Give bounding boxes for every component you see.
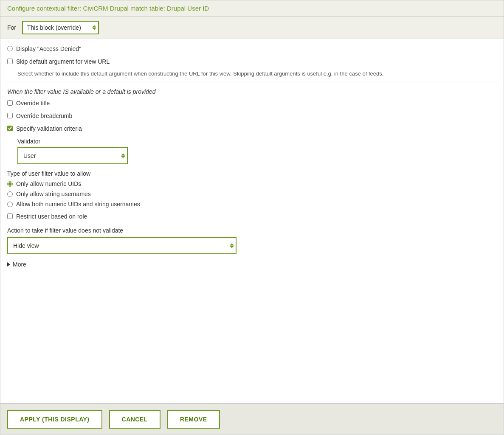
access-denied-radio[interactable] <box>7 46 13 51</box>
skip-default-description: Select whether to include this default a… <box>17 70 497 78</box>
override-breadcrumb-row: Override breadcrumb <box>7 112 497 121</box>
action-label: Action to take if filter value does not … <box>7 227 497 234</box>
validator-select[interactable]: User None PHP Code Numeric String <box>17 147 128 164</box>
action-section: Action to take if filter value does not … <box>7 227 497 254</box>
string-usernames-radio[interactable] <box>7 191 13 197</box>
dialog-footer: APPLY (THIS DISPLAY) CANCEL REMOVE <box>0 403 504 435</box>
restrict-role-row: Restrict user based on role <box>7 213 497 221</box>
heading-em: IS <box>63 88 69 95</box>
specify-validation-label[interactable]: Specify validation criteria <box>16 125 82 133</box>
restrict-role-label[interactable]: Restrict user based on role <box>16 213 87 221</box>
override-title-checkbox[interactable] <box>7 100 13 106</box>
validator-label: Validator <box>17 138 497 145</box>
override-title-label[interactable]: Override title <box>16 99 50 108</box>
radio-row-both: Allow both numeric UIDs and string usern… <box>7 201 497 208</box>
override-breadcrumb-checkbox[interactable] <box>7 113 13 118</box>
heading-text-before: When the filter value <box>7 88 62 95</box>
skip-default-row: Skip default argument for view URL <box>7 58 497 66</box>
validator-section: Validator User None PHP Code Numeric Str… <box>17 138 497 164</box>
dialog-body: Display "Access Denied" Skip default arg… <box>0 39 504 403</box>
both-uids-label[interactable]: Allow both numeric UIDs and string usern… <box>16 201 140 208</box>
action-select-wrapper[interactable]: Hide view Show access denied Show empty … <box>7 237 237 254</box>
numeric-uids-label[interactable]: Only allow numeric UIDs <box>16 180 81 187</box>
dialog-header: Configure contextual filter: CiviCRM Dru… <box>0 0 504 17</box>
more-label: More <box>13 261 26 268</box>
skip-default-label[interactable]: Skip default argument for view URL <box>16 58 110 66</box>
radio-row-string: Only allow string usernames <box>7 191 497 197</box>
access-denied-label[interactable]: Display "Access Denied" <box>16 45 81 53</box>
both-uids-radio[interactable] <box>7 202 13 207</box>
string-usernames-label[interactable]: Only allow string usernames <box>16 191 91 197</box>
more-section[interactable]: More <box>7 261 497 268</box>
for-label: For <box>7 24 16 31</box>
skip-default-checkbox[interactable] <box>7 59 13 64</box>
override-breadcrumb-label[interactable]: Override breadcrumb <box>16 112 72 121</box>
numeric-uids-radio[interactable] <box>7 181 13 187</box>
cancel-button[interactable]: CANCEL <box>109 410 160 429</box>
for-select[interactable]: This block (override) All displays This … <box>22 21 99 34</box>
validator-select-wrapper[interactable]: User None PHP Code Numeric String <box>17 147 128 164</box>
for-select-wrapper[interactable]: This block (override) All displays This … <box>22 21 99 34</box>
more-arrow-icon <box>7 262 10 267</box>
action-select[interactable]: Hide view Show access denied Show empty … <box>7 237 237 254</box>
for-row: For This block (override) All displays T… <box>0 17 504 39</box>
apply-button[interactable]: APPLY (THIS DISPLAY) <box>7 410 102 429</box>
remove-button[interactable]: REMOVE <box>167 410 220 429</box>
dialog-title: Configure contextual filter: CiviCRM Dru… <box>7 5 497 12</box>
heading-text-after: available or a default is provided <box>70 88 156 95</box>
access-denied-row: Display "Access Denied" <box>7 45 497 53</box>
specify-validation-checkbox[interactable] <box>7 126 13 131</box>
user-filter-type-label: Type of user filter value to allow <box>7 170 497 177</box>
when-available-heading: When the filter value IS available or a … <box>7 88 497 95</box>
divider-1 <box>7 82 497 82</box>
restrict-role-checkbox[interactable] <box>7 213 13 219</box>
user-filter-radio-group: Only allow numeric UIDs Only allow strin… <box>7 180 497 208</box>
dialog-container: Configure contextual filter: CiviCRM Dru… <box>0 0 504 435</box>
radio-row-numeric: Only allow numeric UIDs <box>7 180 497 187</box>
specify-validation-row: Specify validation criteria <box>7 125 497 133</box>
override-title-row: Override title <box>7 99 497 108</box>
